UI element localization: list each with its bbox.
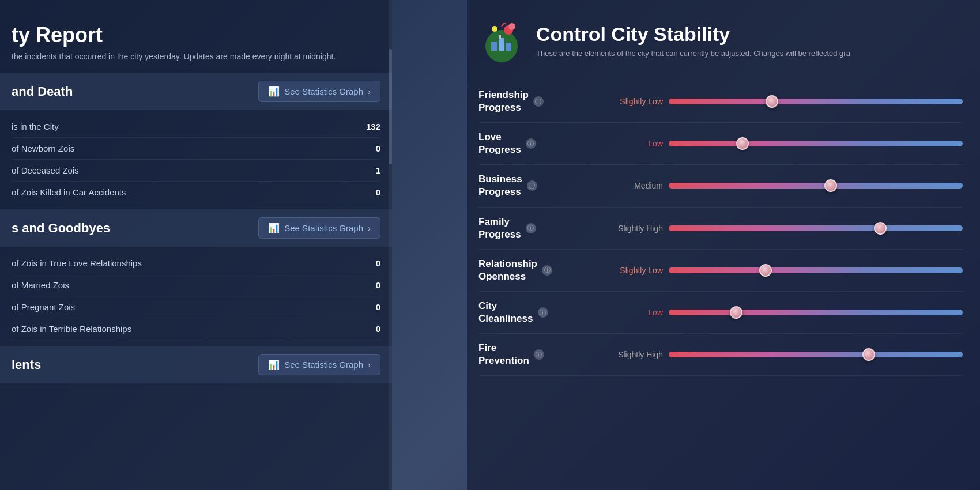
section-incidents: lents 📊 See Statistics Graph › — [0, 346, 392, 383]
scroll-thumb — [389, 49, 392, 164]
table-row: of Married Zois 0 — [12, 274, 380, 296]
bar-chart-icon-3: 📊 — [268, 359, 280, 370]
chevron-icon-3: › — [368, 360, 371, 370]
slider-track-container[interactable] — [669, 348, 963, 361]
chevron-icon-1: › — [368, 86, 371, 96]
svg-rect-3 — [506, 43, 511, 51]
stats-btn-goodbyes[interactable]: 📊 See Statistics Graph › — [258, 217, 380, 239]
section-goodbyes: s and Goodbyes 📊 See Statistics Graph › — [0, 209, 392, 247]
stats-btn-label-1: See Statistics Graph — [284, 86, 363, 96]
right-panel: Control City Stability These are the ele… — [467, 0, 980, 490]
svg-rect-2 — [499, 38, 504, 51]
info-icon[interactable]: ⓘ — [533, 96, 544, 107]
slider-row: Relationship OpennessⓘSlightly Low — [478, 250, 963, 292]
data-section-goodbyes: of Zois in True Love Relationships 0 of … — [0, 247, 392, 346]
slider-track-container[interactable] — [669, 222, 963, 235]
slider-thumb[interactable] — [730, 306, 742, 319]
stats-btn-incidents[interactable]: 📊 See Statistics Graph › — [258, 354, 380, 375]
info-icon[interactable]: ⓘ — [542, 265, 552, 276]
table-row: of Zois in Terrible Relationships 0 — [12, 318, 380, 340]
row-value: 0 — [357, 324, 380, 334]
bar-chart-icon-2: 📊 — [268, 223, 280, 233]
svg-rect-1 — [491, 42, 497, 51]
control-panel-subtitle: These are the elements of the city that … — [536, 49, 850, 58]
table-row: of Deceased Zois 1 — [12, 160, 380, 182]
slider-value-label: Low — [600, 308, 663, 317]
slider-track — [669, 352, 963, 357]
slider-label: Love Progress — [478, 131, 521, 156]
row-label: of Married Zois — [12, 280, 69, 290]
report-subtitle: the incidents that occurred in the city … — [12, 52, 375, 61]
slider-label-block: Family Progressⓘ — [478, 216, 594, 241]
report-title: ty Report — [12, 23, 375, 47]
info-icon[interactable]: ⓘ — [538, 307, 548, 318]
slider-label-block: Love Progressⓘ — [478, 131, 594, 156]
slider-track — [669, 225, 963, 231]
chevron-icon-2: › — [368, 223, 371, 233]
slider-label: Friendship Progress — [478, 89, 529, 114]
slider-label: Relationship Openness — [478, 258, 537, 283]
stats-btn-label-2: See Statistics Graph — [284, 223, 363, 233]
control-header: Control City Stability These are the ele… — [478, 17, 963, 63]
slider-value-label: Slightly Low — [600, 97, 663, 106]
city-icon — [478, 17, 525, 63]
svg-point-7 — [492, 26, 497, 32]
row-label: of Newborn Zois — [12, 144, 74, 153]
stats-btn-births-death[interactable]: 📊 See Statistics Graph › — [258, 81, 380, 102]
slider-label-block: City Cleanlinessⓘ — [478, 300, 594, 325]
slider-thumb[interactable] — [736, 137, 749, 150]
slider-value-label: Slightly Low — [600, 266, 663, 275]
report-header: ty Report the incidents that occurred in… — [0, 0, 392, 73]
control-title-block: Control City Stability These are the ele… — [536, 23, 850, 58]
table-row: of Pregnant Zois 0 — [12, 296, 380, 318]
slider-row: Family ProgressⓘSlightly High — [478, 208, 963, 250]
section-title-goodbyes: s and Goodbyes — [12, 221, 110, 236]
slider-track — [669, 267, 963, 273]
slider-track — [669, 310, 963, 315]
slider-row: Fire PreventionⓘSlightly High — [478, 334, 963, 376]
table-row: of Zois Killed in Car Accidents 0 — [12, 182, 380, 203]
slider-track-container[interactable] — [669, 137, 963, 150]
slider-row: City CleanlinessⓘLow — [478, 292, 963, 334]
slider-label-block: Friendship Progressⓘ — [478, 89, 594, 114]
info-icon[interactable]: ⓘ — [527, 180, 537, 191]
svg-rect-4 — [499, 35, 501, 39]
table-row: is in the City 132 — [12, 116, 380, 138]
row-value: 0 — [357, 144, 380, 153]
control-panel-title: Control City Stability — [536, 23, 850, 46]
slider-label-block: Business Progressⓘ — [478, 173, 594, 198]
row-value: 1 — [357, 165, 380, 175]
slider-thumb[interactable] — [824, 179, 837, 192]
row-value: 0 — [357, 302, 380, 312]
slider-track — [669, 99, 963, 104]
slider-thumb[interactable] — [862, 348, 875, 361]
slider-row: Business ProgressⓘMedium — [478, 165, 963, 207]
row-value: 0 — [357, 187, 380, 197]
slider-track-container[interactable] — [669, 306, 963, 319]
slider-track-container[interactable] — [669, 95, 963, 108]
info-icon[interactable]: ⓘ — [534, 349, 544, 360]
slider-label-block: Fire Preventionⓘ — [478, 342, 594, 367]
section-births-death: and Death 📊 See Statistics Graph › — [0, 73, 392, 110]
slider-track-container[interactable] — [669, 179, 963, 192]
bar-chart-icon-1: 📊 — [268, 86, 280, 97]
info-icon[interactable]: ⓘ — [526, 223, 536, 233]
row-label: of Deceased Zois — [12, 165, 79, 175]
slider-list: Friendship ProgressⓘSlightly LowLove Pro… — [478, 81, 963, 376]
slider-thumb[interactable] — [759, 264, 772, 277]
slider-thumb[interactable] — [766, 95, 778, 108]
section-title-births-death: and Death — [12, 84, 73, 99]
scroll-indicator — [389, 0, 392, 490]
row-label: of Zois in True Love Relationships — [12, 258, 142, 268]
row-value: 0 — [357, 258, 380, 268]
row-label: is in the City — [12, 122, 59, 131]
info-icon[interactable]: ⓘ — [526, 138, 536, 149]
slider-label: City Cleanliness — [478, 300, 533, 325]
row-value: 132 — [357, 122, 380, 131]
slider-thumb[interactable] — [874, 222, 887, 235]
slider-track-container[interactable] — [669, 264, 963, 277]
row-label: of Zois Killed in Car Accidents — [12, 187, 126, 197]
stats-btn-label-3: See Statistics Graph — [284, 360, 363, 370]
slider-value-label: Slightly High — [600, 350, 663, 359]
section-title-incidents: lents — [12, 357, 41, 372]
